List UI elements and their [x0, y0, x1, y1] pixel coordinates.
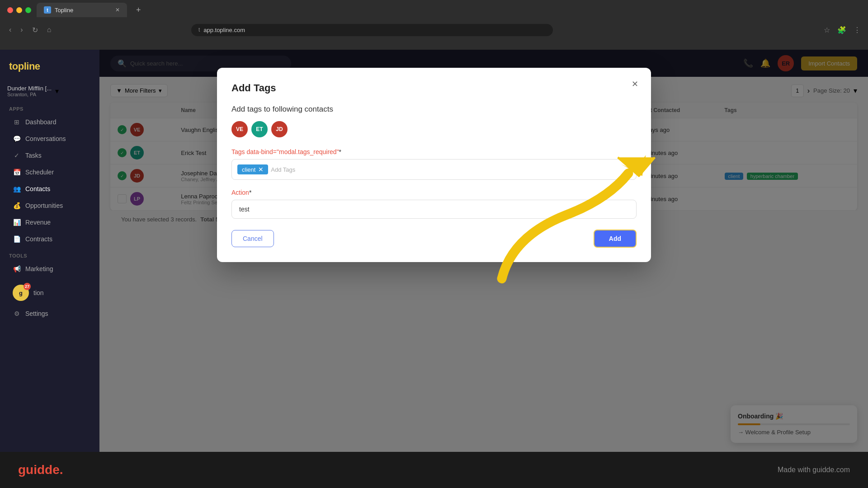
- sidebar-item-label: Opportunities: [25, 202, 63, 209]
- sidebar-item-label: Scheduler: [25, 169, 54, 176]
- new-tab-button[interactable]: +: [132, 5, 145, 15]
- contacts-icon: 👥: [13, 185, 21, 193]
- sidebar-item-marketing[interactable]: 📢 Marketing: [4, 261, 96, 277]
- traffic-lights: [7, 7, 31, 13]
- sidebar-item-dashboard[interactable]: ⊞ Dashboard: [4, 114, 96, 130]
- contact-avatars: VE ET JD: [231, 121, 637, 137]
- minimize-window-button[interactable]: [16, 7, 22, 13]
- menu-icon[interactable]: ⋮: [854, 26, 861, 34]
- browser-titlebar: t Topline ✕ +: [0, 0, 868, 20]
- sidebar-item-tasks[interactable]: ✓ Tasks: [4, 147, 96, 164]
- tags-field-label: Tags data-bind="modal.tags_required"*: [231, 148, 637, 155]
- app-logo: topline: [0, 57, 99, 81]
- sidebar-item-label: Contacts: [25, 185, 50, 192]
- forward-button[interactable]: ›: [19, 24, 24, 36]
- marketing-icon: 📢: [13, 265, 21, 273]
- settings-icon: ⚙: [13, 310, 21, 318]
- guidde-logo-text: guidde.: [18, 463, 63, 477]
- url-text: app.topline.com: [203, 27, 245, 33]
- tag-chip-client: client ✕: [237, 164, 268, 174]
- sidebar-item-revenue[interactable]: 📊 Revenue: [4, 214, 96, 230]
- revenue-icon: 📊: [13, 218, 21, 226]
- app-container: topline Dunder Mifflin [... Scranton, PA…: [0, 50, 868, 452]
- company-name: Dunder Mifflin [...: [7, 85, 52, 92]
- opportunities-icon: 💰: [13, 202, 21, 210]
- back-button[interactable]: ‹: [7, 24, 13, 36]
- sidebar-item-scheduler[interactable]: 📅 Scheduler: [4, 164, 96, 180]
- sidebar-item-label: Tasks: [25, 152, 42, 159]
- browser-addressbar: ‹ › ↻ ⌂ t app.topline.com ☆ 🧩 ⋮: [0, 20, 868, 40]
- guidde-logo: guidde.: [18, 463, 63, 477]
- sidebar-item-contracts[interactable]: 📄 Contracts: [4, 231, 96, 247]
- scheduler-icon: 📅: [13, 168, 21, 176]
- modal-close-button[interactable]: ✕: [627, 77, 642, 91]
- bottom-bar: guidde. Made with guidde.com: [0, 452, 868, 488]
- maximize-window-button[interactable]: [25, 7, 31, 13]
- tag-chip-label: client: [242, 166, 255, 173]
- tag-chip-close-button[interactable]: ✕: [258, 166, 264, 173]
- dashboard-icon: ⊞: [13, 118, 21, 126]
- browser-actions: ☆ 🧩 ⋮: [824, 26, 861, 34]
- chevron-down-icon: ▾: [55, 87, 59, 95]
- browser-tab[interactable]: t Topline ✕: [37, 3, 127, 17]
- sidebar-item-opportunities[interactable]: 💰 Opportunities: [4, 197, 96, 214]
- browser-chrome: t Topline ✕ + ‹ › ↻ ⌂ t app.topline.com …: [0, 0, 868, 50]
- sidebar: topline Dunder Mifflin [... Scranton, PA…: [0, 50, 99, 452]
- modal-title: Add Tags: [231, 82, 637, 94]
- cancel-button[interactable]: Cancel: [231, 230, 274, 247]
- sidebar-item-user-avatar[interactable]: g 27 tion: [4, 281, 96, 305]
- sidebar-item-label: Marketing: [25, 265, 53, 272]
- contact-chip-jd: JD: [271, 121, 288, 137]
- contracts-icon: 📄: [13, 235, 21, 243]
- modal-subtitle: Add tags to following contacts: [231, 105, 637, 114]
- address-bar[interactable]: t app.topline.com: [191, 24, 553, 36]
- sidebar-item-settings[interactable]: ⚙ Settings: [4, 305, 96, 322]
- sidebar-item-label: Settings: [25, 310, 48, 317]
- sidebar-item-conversations[interactable]: 💬 Conversations: [4, 131, 96, 147]
- main-content: 🔍 📞 🔔 ER Import Contacts ▼ More Filters …: [99, 50, 868, 452]
- tab-close-button[interactable]: ✕: [115, 7, 120, 13]
- conversations-icon: 💬: [13, 135, 21, 143]
- modal-overlay: Add Tags ✕ Add tags to following contact…: [99, 50, 868, 452]
- sidebar-item-contacts[interactable]: 👥 Contacts: [4, 181, 96, 197]
- home-button[interactable]: ⌂: [45, 24, 53, 36]
- sidebar-company[interactable]: Dunder Mifflin [... Scranton, PA ▾: [0, 81, 99, 101]
- tags-input[interactable]: client ✕ Add Tags: [231, 159, 637, 180]
- made-with-text: Made with guidde.com: [778, 466, 850, 474]
- sidebar-item-label: Contracts: [25, 235, 52, 243]
- extensions-icon[interactable]: 🧩: [837, 26, 846, 34]
- add-button[interactable]: Add: [594, 230, 637, 248]
- apps-section-label: Apps: [0, 101, 99, 113]
- tab-title: Topline: [55, 7, 73, 14]
- contact-chip-et: ET: [251, 121, 268, 137]
- add-tags-modal: Add Tags ✕ Add tags to following contact…: [217, 68, 651, 262]
- tasks-icon: ✓: [13, 151, 21, 160]
- sidebar-item-label: Conversations: [25, 135, 66, 142]
- sidebar-item-label: tion: [33, 289, 44, 296]
- reload-button[interactable]: ↻: [30, 24, 40, 36]
- company-location: Scranton, PA: [7, 92, 52, 97]
- modal-actions: Cancel Add: [231, 230, 637, 248]
- action-field-label: Action*: [231, 189, 637, 196]
- favicon-icon: t: [198, 27, 200, 33]
- notification-badge: 27: [24, 283, 31, 290]
- sidebar-item-label: Revenue: [25, 219, 51, 226]
- bookmark-icon[interactable]: ☆: [824, 26, 830, 34]
- tab-favicon: t: [44, 6, 51, 14]
- contact-chip-ve: VE: [231, 121, 248, 137]
- sidebar-item-label: Dashboard: [25, 118, 57, 126]
- avatar: g 27: [13, 285, 29, 301]
- tags-placeholder: Add Tags: [271, 166, 295, 173]
- action-input[interactable]: [231, 200, 637, 219]
- tools-section-label: Tools: [0, 248, 99, 260]
- close-window-button[interactable]: [7, 7, 13, 13]
